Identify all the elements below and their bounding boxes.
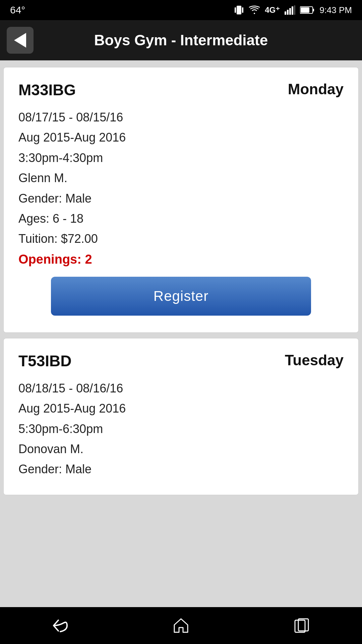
class-day-1: Monday <box>288 81 344 98</box>
class-time-1: 3:30pm-4:30pm <box>18 150 344 166</box>
svg-rect-2 <box>242 7 243 13</box>
svg-rect-10 <box>301 7 309 13</box>
class-month-range-2: Aug 2015-Aug 2016 <box>18 400 344 417</box>
bottom-recent-button[interactable] <box>293 617 310 634</box>
status-icons: 4G⁺ 9:43 PM <box>234 4 352 16</box>
svg-rect-0 <box>237 6 241 14</box>
class-card-2: T53IBD Tuesday 08/18/15 - 08/16/16 Aug 2… <box>3 338 359 495</box>
class-openings-1: Openings: 2 <box>18 252 344 267</box>
class-instructor-2: Donovan M. <box>18 441 344 458</box>
wifi-icon <box>249 5 260 15</box>
content-area: M33IBG Monday 08/17/15 - 08/15/16 Aug 20… <box>0 60 362 607</box>
svg-rect-9 <box>313 9 314 11</box>
svg-rect-6 <box>292 6 293 15</box>
vibrate-icon <box>234 4 244 16</box>
bottom-back-button[interactable] <box>52 617 69 634</box>
temperature: 64° <box>10 4 25 16</box>
recent-nav-icon <box>293 617 310 634</box>
battery-icon <box>300 6 315 14</box>
signal-icon <box>285 5 295 15</box>
class-gender-2: Gender: Male <box>18 461 344 478</box>
home-nav-icon <box>172 617 190 634</box>
network-indicator: 4G⁺ <box>265 5 280 15</box>
svg-rect-7 <box>294 5 295 15</box>
class-code-2: T53IBD <box>18 352 71 370</box>
svg-rect-4 <box>287 10 289 15</box>
class-day-2: Tuesday <box>285 352 344 369</box>
bottom-nav <box>0 607 362 644</box>
bottom-home-button[interactable] <box>172 617 190 634</box>
card-header-1: M33IBG Monday <box>18 81 344 99</box>
card-header-2: T53IBD Tuesday <box>18 352 344 370</box>
svg-rect-1 <box>235 7 236 13</box>
back-nav-icon <box>52 617 69 634</box>
class-time-2: 5:30pm-6:30pm <box>18 421 344 437</box>
class-month-range-1: Aug 2015-Aug 2016 <box>18 129 344 146</box>
class-date-range-1: 08/17/15 - 08/15/16 <box>18 109 344 126</box>
class-instructor-1: Glenn M. <box>18 170 344 186</box>
class-tuition-1: Tuition: $72.00 <box>18 230 344 247</box>
time: 9:43 PM <box>319 5 352 15</box>
class-code-1: M33IBG <box>18 81 76 99</box>
back-arrow-icon <box>14 33 26 48</box>
class-card-1: M33IBG Monday 08/17/15 - 08/15/16 Aug 20… <box>3 67 359 333</box>
class-ages-1: Ages: 6 - 18 <box>18 210 344 227</box>
back-button[interactable] <box>7 27 34 54</box>
status-bar: 64° 4G⁺ 9:43 PM <box>0 0 362 20</box>
nav-bar: Boys Gym - Intermediate <box>0 20 362 60</box>
svg-rect-5 <box>289 8 291 15</box>
class-gender-1: Gender: Male <box>18 190 344 207</box>
page-title: Boys Gym - Intermediate <box>34 32 328 49</box>
svg-rect-3 <box>285 11 286 15</box>
register-button-1[interactable]: Register <box>51 277 311 316</box>
class-date-range-2: 08/18/15 - 08/16/16 <box>18 380 344 397</box>
